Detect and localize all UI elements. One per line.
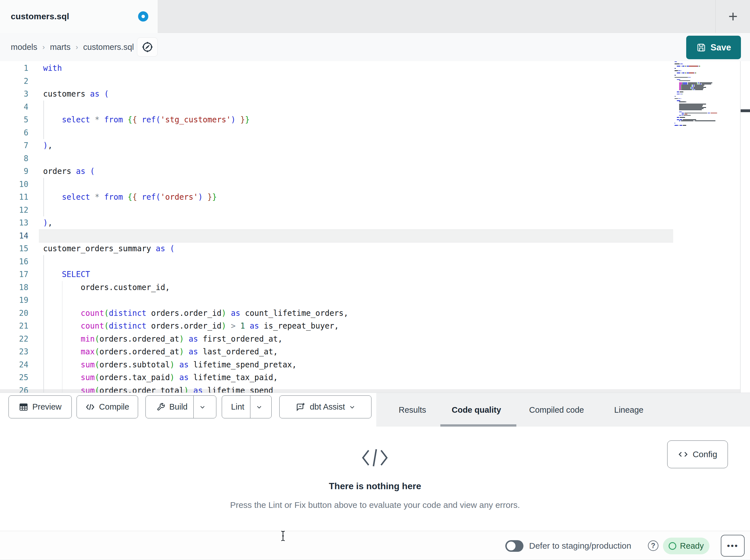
tab-lineage-label: Lineage <box>614 405 644 415</box>
breadcrumb-file[interactable]: customers.sql <box>83 42 134 52</box>
defer-toggle[interactable] <box>505 540 524 552</box>
line-number: 14 <box>0 229 28 243</box>
chevron-down-icon <box>349 404 355 410</box>
code-line: customer_orders_summary as ( <box>43 242 175 255</box>
code-line: orders.customer_id, <box>43 281 170 294</box>
code-line: with <box>43 62 62 75</box>
breadcrumb: models › marts › customers.sql <box>11 33 134 61</box>
line-number: 11 <box>0 191 28 204</box>
line-number: 23 <box>0 345 28 358</box>
tab-results-label: Results <box>399 405 426 415</box>
code-icon-large <box>361 447 389 469</box>
indent-guide <box>43 126 44 139</box>
code-line: max(orders.ordered_at) as last_ordered_a… <box>43 345 278 358</box>
save-icon <box>696 42 706 53</box>
code-line: sum(orders.order_total) as lifetime_spen… <box>43 384 273 393</box>
defer-label: Defer to staging/production <box>529 541 631 551</box>
build-split-button: Build <box>145 395 216 418</box>
scrollbar-thumb[interactable] <box>741 109 750 112</box>
compass-icon <box>141 41 154 53</box>
preview-button[interactable]: Preview <box>8 395 72 418</box>
line-number: 1 <box>0 62 28 75</box>
code-line: min(orders.ordered_at) as first_ordered_… <box>43 333 282 346</box>
line-number: 15 <box>0 242 28 255</box>
line-number: 4 <box>0 101 28 113</box>
line-number: 2 <box>0 75 28 88</box>
code-line: SELECT <box>43 268 90 281</box>
preview-label: Preview <box>32 402 61 412</box>
more-options-button[interactable]: ••• <box>721 535 745 557</box>
line-number: 8 <box>0 152 28 165</box>
new-tab-button[interactable]: + <box>722 6 744 27</box>
code-line: count(distinct orders.order_id) as count… <box>43 307 348 320</box>
line-number: 13 <box>0 216 28 229</box>
line-number: 10 <box>0 178 28 191</box>
lint-label: Lint <box>231 402 244 412</box>
toggle-knob <box>507 542 515 551</box>
code-line: sum(orders.subtotal) as lifetime_spend_p… <box>43 358 297 371</box>
tab-bar: customers.sql + <box>0 0 750 33</box>
save-button[interactable]: Save <box>686 36 741 59</box>
code-line: ), <box>43 216 53 229</box>
breadcrumb-separator: › <box>42 43 45 51</box>
line-number: 6 <box>0 126 28 139</box>
compile-button[interactable]: Compile <box>77 395 138 418</box>
build-button[interactable]: Build <box>151 396 193 418</box>
empty-state-title: There is nothing here <box>0 481 750 492</box>
empty-state-description: Press the Lint or Fix button above to ev… <box>0 500 750 510</box>
status-badge: Ready <box>663 538 709 554</box>
tab-title: customers.sql <box>11 12 69 21</box>
line-number: 22 <box>0 333 28 346</box>
tab-code-quality-label: Code quality <box>452 405 501 415</box>
code-line: select * from {{ ref('stg_customers') }} <box>43 113 250 126</box>
breadcrumb-models[interactable]: models <box>11 42 37 52</box>
line-number: 16 <box>0 255 28 268</box>
lint-split-button: Lint <box>222 395 272 418</box>
line-number: 24 <box>0 358 28 371</box>
breadcrumb-marts[interactable]: marts <box>50 42 71 52</box>
mouse-cursor-ibeam <box>279 530 287 542</box>
tab-compiled-code-label: Compiled code <box>529 405 584 415</box>
code-editor[interactable]: 1with23customers as (45 select * from {{… <box>0 61 750 393</box>
wrench-icon <box>156 402 165 412</box>
indent-guide <box>43 294 44 307</box>
help-icon[interactable]: ? <box>648 540 658 551</box>
tab-compiled-code[interactable]: Compiled code <box>529 393 584 427</box>
unsaved-changes-indicator <box>138 11 148 22</box>
tab-lineage[interactable]: Lineage <box>614 393 644 427</box>
line-number: 26 <box>0 384 28 393</box>
code-line: ), <box>43 139 53 152</box>
compass-button[interactable] <box>137 37 158 57</box>
dbt-assist-button[interactable]: dbt Assist <box>279 395 372 418</box>
line-number: 21 <box>0 319 28 333</box>
minimap[interactable] <box>675 61 739 130</box>
code-line: count(distinct orders.order_id) > 1 as i… <box>43 319 339 333</box>
assist-icon <box>295 402 306 412</box>
line-number: 12 <box>0 204 28 217</box>
tab-results[interactable]: Results <box>399 393 426 427</box>
code-line: customers as ( <box>43 87 109 101</box>
build-label: Build <box>169 402 188 412</box>
active-line-highlight <box>39 229 673 243</box>
config-button[interactable]: Config <box>667 440 728 468</box>
chevron-down-icon <box>256 404 262 410</box>
lint-button[interactable]: Lint <box>225 396 250 418</box>
indent-guide <box>43 204 44 217</box>
code-quality-panel <box>0 427 750 531</box>
code-line: orders as ( <box>43 165 95 178</box>
tab-customers-sql[interactable]: customers.sql <box>0 0 158 33</box>
lint-dropdown-button[interactable] <box>250 396 268 418</box>
table-icon <box>19 402 28 412</box>
line-number: 5 <box>0 113 28 126</box>
line-number: 7 <box>0 139 28 152</box>
indent-guide <box>43 101 44 113</box>
tab-code-quality[interactable]: Code quality <box>452 393 501 427</box>
config-label: Config <box>693 450 717 459</box>
ready-label: Ready <box>680 541 704 551</box>
breadcrumb-separator: › <box>76 43 78 51</box>
indent-guide <box>43 178 44 191</box>
code-icon <box>85 402 95 412</box>
build-dropdown-button[interactable] <box>194 396 211 418</box>
dbt-assist-label: dbt Assist <box>310 402 345 412</box>
indent-guide <box>43 255 44 268</box>
